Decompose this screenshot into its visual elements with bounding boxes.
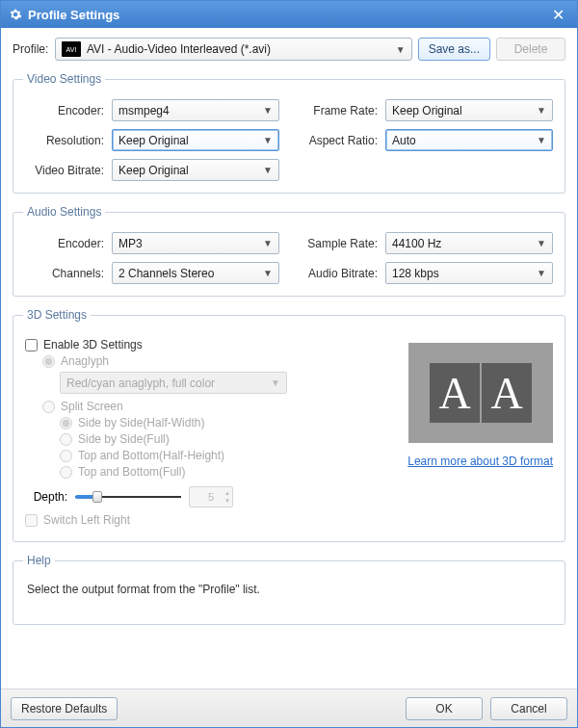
- profile-select[interactable]: AVI AVI - Audio-Video Interleaved (*.avi…: [55, 38, 412, 61]
- video-settings-legend: Video Settings: [23, 72, 105, 86]
- threed-settings-legend: 3D Settings: [23, 308, 91, 322]
- sample-rate-label: Sample Rate:: [299, 237, 385, 250]
- depth-label: Depth:: [25, 490, 67, 504]
- sample-rate-value: 44100 Hz: [392, 237, 537, 250]
- chevron-down-icon: ▼: [263, 165, 273, 175]
- spinner-buttons: ▲▼: [224, 488, 230, 506]
- depth-value: 5: [208, 491, 214, 503]
- chevron-down-icon: ▼: [263, 105, 273, 116]
- preview-letter-right: A: [482, 363, 532, 423]
- switch-lr-label: Switch Left Right: [43, 513, 130, 527]
- chevron-down-icon: ▼: [263, 238, 273, 248]
- help-group: Help Select the output format from the "…: [13, 554, 565, 625]
- save-as-button[interactable]: Save as...: [418, 38, 490, 61]
- video-encoder-label: Encoder:: [25, 104, 112, 117]
- enable-3d-checkbox[interactable]: Enable 3D Settings: [25, 338, 383, 351]
- anaglyph-type-value: Red/cyan anaglyph, full color: [66, 377, 271, 390]
- audio-settings-legend: Audio Settings: [23, 205, 105, 219]
- chevron-down-icon: ▼: [537, 268, 546, 278]
- sbs-full-radio: Side by Side(Full): [60, 432, 383, 446]
- tb-full-label: Top and Bottom(Full): [78, 465, 185, 479]
- channels-field: Channels: 2 Channels Stereo ▼: [25, 262, 279, 284]
- profile-row: Profile: AVI AVI - Audio-Video Interleav…: [13, 38, 565, 61]
- split-screen-label: Split Screen: [61, 400, 123, 413]
- aspect-ratio-label: Aspect Ratio:: [299, 134, 385, 147]
- aspect-ratio-value: Auto: [392, 134, 537, 147]
- audio-encoder-label: Encoder:: [25, 237, 112, 250]
- preview-letter-left: A: [430, 363, 480, 423]
- anaglyph-radio: Anaglyph: [42, 354, 383, 368]
- depth-slider[interactable]: [75, 489, 181, 505]
- threed-settings-group: 3D Settings Enable 3D Settings Anaglyph …: [13, 308, 565, 542]
- titlebar: Profile Settings ✕: [1, 1, 577, 28]
- video-encoder-select[interactable]: msmpeg4 ▼: [112, 99, 279, 121]
- gear-icon: [9, 8, 22, 21]
- channels-value: 2 Channels Stereo: [118, 267, 263, 280]
- learn-more-link[interactable]: Learn more about 3D format: [407, 455, 553, 468]
- aspect-ratio-select[interactable]: Auto ▼: [385, 129, 553, 151]
- chevron-down-icon: ▼: [537, 238, 546, 248]
- frame-rate-value: Keep Original: [392, 104, 537, 117]
- channels-select[interactable]: 2 Channels Stereo ▼: [112, 262, 279, 284]
- channels-label: Channels:: [25, 267, 112, 280]
- content-area: Profile: AVI AVI - Audio-Video Interleav…: [1, 28, 577, 689]
- video-bitrate-field: Video Bitrate: Keep Original ▼: [25, 159, 279, 181]
- video-encoder-field: Encoder: msmpeg4 ▼: [25, 99, 279, 121]
- resolution-field: Resolution: Keep Original ▼: [25, 129, 279, 151]
- ok-button[interactable]: OK: [406, 697, 483, 720]
- chevron-down-icon: ▼: [396, 44, 406, 55]
- frame-rate-field: Frame Rate: Keep Original ▼: [299, 99, 553, 121]
- cancel-button[interactable]: Cancel: [490, 697, 567, 720]
- footer: Restore Defaults OK Cancel: [1, 689, 577, 727]
- chevron-down-icon: ▼: [537, 105, 546, 116]
- audio-bitrate-select[interactable]: 128 kbps ▼: [385, 262, 553, 284]
- avi-icon: AVI: [62, 41, 81, 57]
- audio-encoder-field: Encoder: MP3 ▼: [25, 232, 279, 254]
- frame-rate-select[interactable]: Keep Original ▼: [385, 99, 553, 121]
- resolution-select[interactable]: Keep Original ▼: [112, 129, 279, 151]
- tb-full-radio: Top and Bottom(Full): [60, 465, 383, 479]
- switch-lr-checkbox: Switch Left Right: [25, 513, 383, 527]
- sbs-half-radio: Side by Side(Half-Width): [60, 416, 383, 429]
- help-legend: Help: [23, 554, 55, 567]
- aspect-ratio-field: Aspect Ratio: Auto ▼: [299, 129, 553, 151]
- profile-label: Profile:: [13, 42, 49, 56]
- profile-selected-text: AVI - Audio-Video Interleaved (*.avi): [87, 42, 390, 56]
- audio-bitrate-label: Audio Bitrate:: [299, 267, 385, 280]
- window-title: Profile Settings: [28, 8, 544, 22]
- chevron-down-icon: ▼: [537, 135, 546, 145]
- chevron-down-icon: ▼: [271, 377, 280, 388]
- video-bitrate-label: Video Bitrate:: [25, 164, 112, 177]
- video-encoder-value: msmpeg4: [118, 104, 263, 117]
- resolution-label: Resolution:: [25, 134, 112, 147]
- enable-3d-label: Enable 3D Settings: [43, 338, 143, 351]
- frame-rate-label: Frame Rate:: [299, 104, 385, 117]
- slider-thumb[interactable]: [92, 491, 102, 503]
- help-text: Select the output format from the "Profi…: [25, 581, 553, 598]
- audio-bitrate-field: Audio Bitrate: 128 kbps ▼: [299, 262, 553, 284]
- video-bitrate-select[interactable]: Keep Original ▼: [112, 159, 279, 181]
- split-screen-radio: Split Screen: [42, 400, 383, 413]
- chevron-down-icon: ▼: [263, 268, 273, 278]
- video-settings-group: Video Settings Encoder: msmpeg4 ▼ Frame …: [13, 72, 565, 194]
- sbs-full-label: Side by Side(Full): [78, 432, 170, 446]
- threed-preview: A A: [408, 343, 553, 443]
- sbs-half-label: Side by Side(Half-Width): [78, 416, 204, 429]
- audio-encoder-value: MP3: [118, 237, 263, 250]
- sample-rate-field: Sample Rate: 44100 Hz ▼: [299, 232, 553, 254]
- anaglyph-type-select: Red/cyan anaglyph, full color ▼: [60, 372, 287, 394]
- restore-defaults-button[interactable]: Restore Defaults: [11, 697, 118, 720]
- tb-half-radio: Top and Bottom(Half-Height): [60, 449, 383, 462]
- chevron-down-icon: ▼: [263, 135, 273, 145]
- sample-rate-select[interactable]: 44100 Hz ▼: [385, 232, 553, 254]
- video-bitrate-value: Keep Original: [118, 164, 263, 177]
- delete-button: Delete: [496, 38, 565, 61]
- close-icon[interactable]: ✕: [544, 5, 571, 24]
- anaglyph-label: Anaglyph: [61, 354, 109, 368]
- resolution-value: Keep Original: [118, 134, 263, 147]
- audio-bitrate-value: 128 kbps: [392, 267, 537, 280]
- audio-settings-group: Audio Settings Encoder: MP3 ▼ Sample Rat…: [13, 205, 565, 297]
- tb-half-label: Top and Bottom(Half-Height): [78, 449, 224, 462]
- depth-spinner: 5 ▲▼: [189, 486, 233, 507]
- audio-encoder-select[interactable]: MP3 ▼: [112, 232, 279, 254]
